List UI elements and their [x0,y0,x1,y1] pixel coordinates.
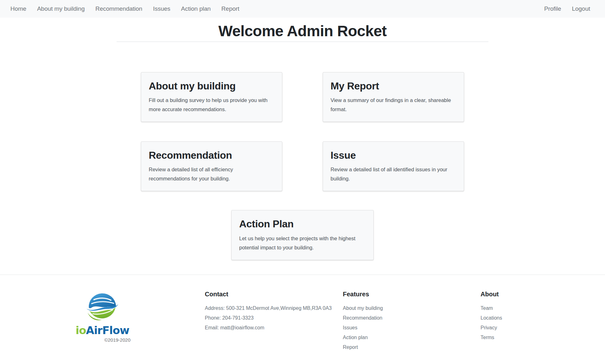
page-footer: ioAirFlow ©2019-2020 Contact Address: 50… [0,275,605,364]
top-navbar: Home About my building Recommendation Is… [0,0,605,18]
nav-item-issues[interactable]: Issues [148,5,176,12]
ioairflow-logo-icon [85,290,120,324]
footer-link-team[interactable]: Team [481,303,605,313]
footer-link-locations[interactable]: Locations [481,313,605,323]
contact-heading: Contact [205,290,343,298]
card-my-report[interactable]: My Report View a summary of our findings… [323,72,464,122]
footer-logo-column: ioAirFlow ©2019-2020 [0,290,205,364]
page-title: Welcome Admin Rocket [0,22,605,40]
nav-item-recommendation[interactable]: Recommendation [90,5,148,12]
footer-about-column: About Team Locations Privacy Terms [481,290,605,364]
footer-link-about-my-building[interactable]: About my building [343,303,481,313]
card-action-plan[interactable]: Action Plan Let us help you select the p… [231,210,374,260]
copyright-text: ©2019-2020 [74,337,130,344]
title-divider [117,42,488,42]
footer-link-action-plan[interactable]: Action plan [343,333,481,342]
nav-item-profile[interactable]: Profile [539,5,567,12]
card-text: Review a detailed list of all efficiency… [149,165,275,183]
footer-link-terms[interactable]: Terms [481,333,605,342]
card-text: Fill out a building survey to help us pr… [149,96,275,114]
contact-address: Address: 500-321 McDermot Ave,Winnipeg M… [205,303,343,313]
dashboard-cards: About my building Fill out a building su… [0,72,605,260]
card-text: Review a detailed list of all identified… [331,165,457,183]
nav-item-about-my-building[interactable]: About my building [32,5,90,12]
card-title: About my building [149,80,275,92]
nav-item-action-plan[interactable]: Action plan [176,5,216,12]
card-text: Let us help you select the projects with… [239,234,366,252]
footer-link-report[interactable]: Report [343,342,481,352]
cards-row-1: About my building Fill out a building su… [141,72,464,122]
features-heading: Features [343,290,481,298]
footer-link-privacy[interactable]: Privacy [481,323,605,333]
card-title: My Report [331,80,457,92]
footer-contact-column: Contact Address: 500-321 McDermot Ave,Wi… [205,290,343,364]
card-issue[interactable]: Issue Review a detailed list of all iden… [323,141,464,191]
contact-phone: Phone: 204-791-3323 [205,313,343,323]
footer-link-issues[interactable]: Issues [343,323,481,333]
card-title: Issue [331,149,457,161]
page-header: Welcome Admin Rocket [0,18,605,42]
cards-row-2: Recommendation Review a detailed list of… [141,141,464,191]
nav-item-home[interactable]: Home [5,5,32,12]
logo-text-io: io [76,324,86,337]
contact-email: Email: matt@ioairflow.com [205,323,343,333]
card-recommendation[interactable]: Recommendation Review a detailed list of… [141,141,282,191]
card-title: Action Plan [239,218,366,230]
logo-text-airflow: AirFlow [86,324,129,337]
nav-item-logout[interactable]: Logout [567,5,596,12]
card-about-my-building[interactable]: About my building Fill out a building su… [141,72,282,122]
footer-features-column: Features About my building Recommendatio… [343,290,481,364]
navbar-left: Home About my building Recommendation Is… [5,5,245,12]
card-title: Recommendation [149,149,275,161]
about-heading: About [481,290,605,298]
card-text: View a summary of our findings in a clea… [331,96,457,114]
ioairflow-logo-text: ioAirFlow [72,324,132,337]
navbar-right: Profile Logout [539,5,596,12]
nav-item-report[interactable]: Report [216,5,245,12]
ioairflow-logo[interactable]: ioAirFlow ©2019-2020 [72,290,132,344]
footer-link-recommendation[interactable]: Recommendation [343,313,481,323]
